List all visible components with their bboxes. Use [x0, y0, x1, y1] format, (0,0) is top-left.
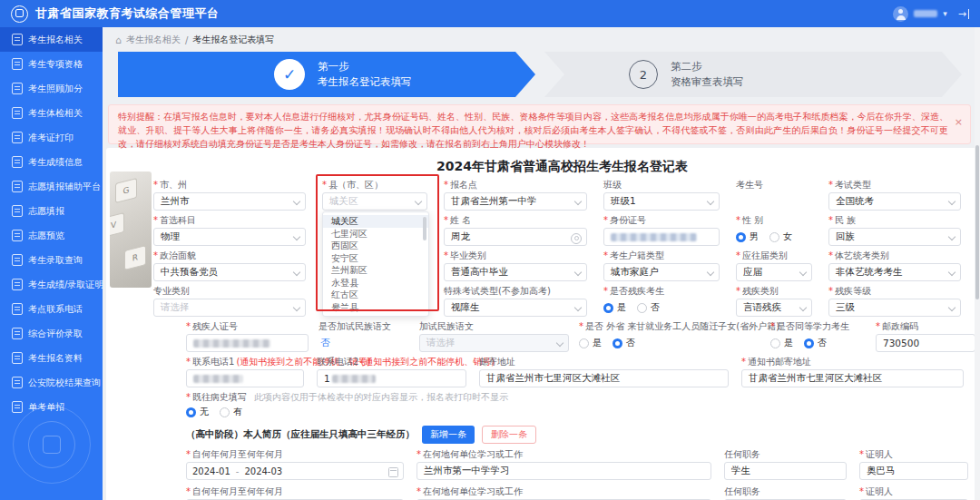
fresh-type-select[interactable]: 应届: [736, 263, 812, 281]
sidebar-item-fuzhupingtai[interactable]: 志愿填报辅助平台: [0, 174, 103, 199]
sidebar-item-tijian[interactable]: 考生体检相关: [0, 101, 103, 125]
first-subject-select[interactable]: 物理: [153, 228, 306, 246]
phone2-input[interactable]: 1: [317, 369, 466, 387]
field-fresh-type: *应往届类别 应届: [736, 250, 812, 281]
field-postcode: *邮政编码 730500: [876, 320, 975, 352]
dropdown-option[interactable]: 红古区: [323, 289, 428, 301]
field-exam-type: *考试类型 全国统考: [828, 179, 961, 211]
sidebar-item-luqu[interactable]: 考生录取查询: [0, 248, 103, 272]
equal-edu-no-radio[interactable]: 否: [804, 337, 827, 349]
duty-input[interactable]: 学生: [724, 462, 847, 480]
step-1-subtitle: 考生报名登记表填写: [318, 74, 412, 90]
add-row-button[interactable]: 新增一条: [422, 426, 475, 444]
sidebar-item-yulan[interactable]: 志愿预览: [0, 223, 103, 248]
hukou-type-select[interactable]: 城市家庭户: [603, 263, 720, 281]
grad-type-select[interactable]: 普通高中毕业: [444, 263, 587, 281]
chevron-down-icon: [707, 269, 714, 276]
field-action-icon[interactable]: [571, 233, 582, 244]
witness-input[interactable]: 奥巴马: [859, 462, 968, 480]
registration-form-card: 2024年甘肃省普通高校招生考生报名登记表 G V R *市、州 兰州市 *县（…: [106, 148, 978, 500]
class-select[interactable]: 班级1: [603, 192, 720, 211]
name-input[interactable]: 周龙: [444, 228, 587, 246]
gender-female-radio[interactable]: 女: [769, 230, 792, 243]
breadcrumb-separator: /: [185, 35, 188, 45]
disabled-no-radio[interactable]: 否: [637, 301, 660, 314]
field-label: 考生户籍类型: [610, 250, 664, 261]
ethnic-select[interactable]: 回族: [828, 228, 961, 246]
field-label: 报名点: [450, 179, 477, 191]
county-select[interactable]: 城关区: [322, 192, 427, 211]
sidebar-item-dianhua[interactable]: 考点联系电话: [0, 297, 103, 321]
field-label: 是否 外省 来甘就业务工人员随迁子女(省外户籍): [585, 320, 779, 332]
city-select[interactable]: 兰州市: [153, 192, 306, 211]
minority-lang-test-value[interactable]: 否: [318, 334, 409, 352]
logout-icon[interactable]: →: [958, 9, 969, 19]
field-hukou-type: *考生户籍类型 城市家庭户: [603, 250, 720, 281]
sidebar-item-gongan[interactable]: 公安院校结果查询: [0, 370, 103, 395]
dropdown-option[interactable]: 永登县: [323, 277, 428, 289]
disability-level-select[interactable]: 三级: [828, 299, 961, 317]
id-no-input: [603, 228, 720, 246]
sidebar-item-label: 考生报名资料: [28, 352, 83, 365]
sidebar-item-zhuanxiang[interactable]: 考生专项资格: [0, 52, 103, 76]
major-type-select[interactable]: 请选择: [153, 299, 306, 317]
migrant-yes-radio[interactable]: 是: [579, 337, 602, 349]
close-icon[interactable]: ×: [955, 116, 963, 128]
field-label: 联系电话1: [192, 356, 234, 368]
postcode-input[interactable]: 730500: [876, 334, 975, 352]
dropdown-option[interactable]: 西固区: [323, 240, 428, 252]
user-menu[interactable]: ▾ →: [893, 6, 969, 22]
special-exam-select[interactable]: 视障生: [444, 299, 587, 317]
dropdown-option[interactable]: 安宁区: [323, 252, 428, 265]
user-avatar-icon[interactable]: [893, 6, 908, 22]
field-special-exam: 特殊考试类型(不参加高考) 视障生: [444, 285, 587, 317]
sidebar-item-zhengming[interactable]: 考生成绩/录取证明: [0, 272, 103, 297]
page-scrollbar[interactable]: [975, 27, 980, 500]
sidebar-item-label: 考生照顾加分: [28, 83, 83, 95]
disabled-yes-radio[interactable]: 是: [603, 301, 626, 314]
place-input[interactable]: 兰州市第一中学学习: [416, 462, 711, 480]
chevron-down-icon: [799, 269, 807, 276]
field-phone1: *联系电话1(通知书接到之前不能停机、销号): [186, 356, 304, 387]
sidebar-item-label: 准考证打印: [28, 132, 74, 144]
sidebar-item-zhiyuan[interactable]: 志愿填报: [0, 199, 103, 223]
field-notice-address: *通知书邮寄地址 甘肃省兰州市七里河区大滩社区: [741, 356, 964, 387]
dropdown-option[interactable]: 皋兰县: [323, 301, 428, 314]
field-politics: *政治面貌 中共预备党员: [153, 250, 306, 281]
sidebar-item-baoming[interactable]: 考生报名相关: [0, 27, 103, 52]
chevron-down-icon[interactable]: ▾: [943, 9, 947, 18]
form-icon: [12, 205, 23, 217]
disability-type-select[interactable]: 言语残疾: [736, 299, 812, 317]
key-r: R: [124, 245, 146, 270]
sidebar-item-chengji[interactable]: 考生成绩信息: [0, 150, 103, 174]
dropdown-option[interactable]: 兰州新区: [323, 264, 428, 277]
sidebar-item-zhaogu[interactable]: 考生照顾加分: [0, 76, 103, 101]
sidebar-item-zonghe[interactable]: 综合评价录取: [0, 321, 103, 346]
mail-address-input[interactable]: 甘肃省兰州市七里河区大滩社区: [479, 369, 729, 387]
migrant-no-radio[interactable]: 否: [612, 337, 635, 349]
exam-type-select[interactable]: 全国统考: [828, 192, 961, 211]
dropdown-option[interactable]: 城关区: [323, 215, 428, 228]
phone1-input[interactable]: [186, 369, 304, 387]
breadcrumb-section[interactable]: 考生报名相关: [126, 34, 181, 46]
medical-none-radio[interactable]: 无: [186, 406, 209, 418]
reg-point-select[interactable]: 甘肃省兰州第一中学: [444, 192, 587, 211]
shield-icon: [12, 107, 23, 119]
equal-edu-yes-radio[interactable]: 是: [770, 337, 793, 349]
delete-row-button[interactable]: 删除一条: [482, 426, 536, 444]
dropdown-scrollbar[interactable]: [423, 217, 426, 240]
scrollbar-thumb[interactable]: [975, 145, 979, 299]
politics-select[interactable]: 中共预备党员: [153, 263, 306, 281]
pe-art-type-select[interactable]: 非体艺统考考生: [828, 263, 961, 281]
dropdown-option[interactable]: 七里河区: [323, 228, 428, 240]
home-icon[interactable]: ⌂: [115, 34, 122, 46]
main-area: ⌂ 考生报名相关 / 考生报名登记表填写 ✓ 第一步 考生报名登记表填写 2 第…: [103, 27, 980, 500]
sidebar-item-ziliao[interactable]: 考生报名资料: [0, 346, 103, 370]
sidebar-item-zhunkaozheng[interactable]: 准考证打印: [0, 125, 103, 150]
period-range-picker[interactable]: 2024-01-2024-03: [186, 462, 404, 480]
sidebar-item-label: 志愿填报: [28, 205, 64, 218]
sidebar-item-label: 考生报名相关: [28, 34, 83, 46]
gender-male-radio[interactable]: 男: [736, 230, 759, 243]
medical-has-radio[interactable]: 有: [220, 406, 242, 418]
notice-address-input[interactable]: 甘肃省兰州市七里河区大滩社区: [741, 369, 964, 387]
